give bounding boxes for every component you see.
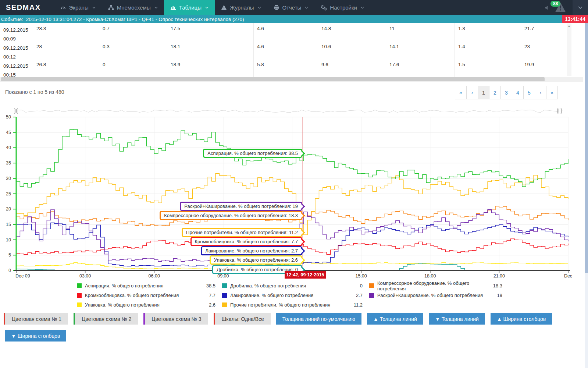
svg-text:15:00: 15:00	[355, 273, 367, 279]
cell: 9.6	[318, 59, 386, 77]
gauge-icon	[60, 5, 66, 11]
legend-item[interactable]: Дробилка. % общего потребления0	[222, 283, 369, 289]
legend-item[interactable]: Раскрой+Каширование. % общего потреблени…	[369, 292, 509, 298]
svg-text:25: 25	[6, 191, 11, 197]
legend-value: 19	[497, 293, 509, 298]
cell: 0.3	[99, 41, 167, 59]
column-width-up-button[interactable]: ▲ Ширина столбцов	[491, 313, 552, 325]
cell: 4.6	[254, 41, 318, 59]
sedmax-logo: SEDMAX	[0, 0, 54, 15]
line-width-down-button[interactable]: ▼ Толщина линий	[429, 313, 485, 325]
table-row[interactable]: 09.12.201500:12 28 0.3 18.1 4.6 10.6 14.…	[0, 41, 583, 59]
chevron-down-icon	[305, 7, 308, 9]
table-row[interactable]: 09.12.201500:15 26.8 0 18.9 5.8 9.6 17.6…	[0, 59, 583, 77]
nav-item-tables[interactable]: Таблицы	[164, 0, 215, 15]
page-5[interactable]: 5	[523, 86, 535, 99]
page-vertical-scrollbar[interactable]	[585, 15, 588, 368]
navigator-right-handle[interactable]	[557, 108, 562, 114]
column-width-down-button[interactable]: ▼ Ширина столбцов	[5, 330, 66, 342]
user-menu-chevron[interactable]	[573, 0, 588, 15]
tooltip-compressor: Компрессорное оборудование. % общего пот…	[160, 211, 302, 220]
page-prev[interactable]: ‹	[466, 86, 478, 99]
event-text: 2015-12-10 13:31:04.272 - Кромка-Ст.Хома…	[26, 17, 244, 22]
svg-text:50: 50	[6, 114, 11, 120]
legend-item[interactable]: Аспирация. % общего потребления38.5	[77, 283, 222, 289]
scroll-up-arrow[interactable]: ▲	[567, 24, 571, 29]
system-clock: 13:41:44	[562, 15, 588, 23]
page-3[interactable]: 3	[500, 86, 512, 99]
chevron-down-icon	[361, 7, 364, 9]
table-vertical-scrollbar[interactable]: ▲	[567, 24, 571, 76]
nav-item-mnemoschemes[interactable]: Мнемосхемы	[102, 0, 164, 15]
event-ticker-bar[interactable]: Событие: 2015-12-10 13:31:04.272 - Кромк…	[0, 15, 588, 23]
legend-item[interactable]: Лакирование. % общего потребления2.7	[222, 292, 369, 298]
legend-value: 18.3	[493, 283, 509, 289]
tooltip-lacquer: Лакирование. % общего потребления: 2.7	[201, 246, 302, 255]
nav-item-screens[interactable]: Экраны	[54, 0, 102, 15]
legend-swatch	[222, 283, 227, 288]
cell: 23	[521, 41, 583, 59]
printer-icon	[274, 5, 279, 10]
legend-value: 0	[360, 283, 369, 289]
legend-item[interactable]: Кромкооблицовка. % общего потребления7.7	[77, 292, 222, 298]
chevron-down-icon	[154, 7, 158, 9]
page-1[interactable]: 1	[478, 86, 489, 99]
cell: 1.5	[455, 59, 521, 77]
nav-item-reports[interactable]: Отчеты	[267, 0, 315, 15]
chevron-down-icon	[205, 7, 209, 9]
legend-swatch	[77, 302, 82, 307]
color-scheme-1-button[interactable]: Цветовая схема № 1	[4, 313, 68, 325]
scrollbar-thumb[interactable]	[1, 77, 545, 81]
color-scheme-3-button[interactable]: Цветовая схема № 3	[143, 313, 208, 325]
alarm-count-badge: 88	[550, 1, 560, 7]
legend-item[interactable]: Компрессорное оборудование. % общего пот…	[369, 283, 509, 289]
svg-text:10: 10	[6, 237, 11, 243]
cell: 17.6	[386, 59, 455, 77]
speaker-muted-icon[interactable]	[544, 5, 550, 11]
svg-text:45: 45	[6, 130, 11, 135]
chart-controls-row1: Цветовая схема № 1 Цветовая схема № 2 Цв…	[4, 313, 552, 325]
svg-text:Dec 09: Dec 09	[15, 273, 30, 279]
tooltip-aspiration: Аспирация. % общего потребления: 38.5	[203, 149, 302, 158]
tooltip-raskroy: Раскрой+Каширование. % общего потреблени…	[180, 202, 302, 211]
legend-item[interactable]: Упаковка. % общего потребления2.6	[77, 302, 222, 308]
page-next[interactable]: ›	[535, 86, 546, 99]
cell: 1.3	[455, 23, 521, 41]
intervals-table: 09.12.201500:09 28.3 0.7 17.5 4.6 14.8 1…	[0, 23, 583, 77]
page-last[interactable]: »	[546, 86, 558, 99]
scales-toggle-button[interactable]: Шкалы: Одна/Все	[214, 313, 271, 325]
scrollbar-thumb[interactable]	[585, 15, 588, 273]
table-row[interactable]: 09.12.201500:09 28.3 0.7 17.5 4.6 14.8 1…	[0, 23, 583, 41]
legend-swatch	[222, 293, 227, 298]
svg-text:5: 5	[8, 252, 11, 258]
trend-chart[interactable]: 05101520253035404550Dec 0903:0006:0009:0…	[0, 106, 588, 280]
line-width-up-button[interactable]: ▲ Толщина линий	[367, 313, 423, 325]
warning-triangle-icon	[221, 5, 227, 10]
page-2[interactable]: 2	[489, 86, 501, 99]
sitemap-icon	[108, 5, 114, 11]
table-horizontal-scrollbar[interactable]	[0, 77, 583, 82]
nav-item-journals[interactable]: Журналы	[215, 0, 267, 15]
legend-value: 38.5	[206, 283, 222, 289]
cell: 0.7	[99, 23, 167, 41]
chevron-down-icon	[578, 6, 582, 9]
nav-item-settings[interactable]: Настройки	[314, 0, 370, 15]
cell: 14.8	[318, 23, 386, 41]
page-4[interactable]: 4	[512, 86, 524, 99]
navigator-left-handle[interactable]	[14, 108, 18, 114]
row-date: 09.12.2015	[3, 27, 28, 33]
svg-text:0: 0	[8, 268, 11, 273]
line-width-default-button[interactable]: Толщина линий по-умолчанию	[276, 313, 361, 325]
page-first[interactable]: «	[455, 86, 467, 99]
alarm-indicator[interactable]: 88	[555, 2, 567, 13]
color-scheme-2-button[interactable]: Цветовая схема № 2	[74, 313, 138, 325]
legend-item[interactable]: Прочие потребители. % общего потребления…	[222, 302, 369, 308]
top-navbar: SEDMAX Экраны Мнемосхемы Таблицы Журналы…	[0, 0, 588, 15]
cell: 18.9	[167, 59, 254, 77]
bar-chart-icon	[170, 5, 176, 11]
svg-text:Dec: Dec	[564, 273, 572, 279]
chevron-down-icon	[258, 7, 261, 9]
cell: 21.7	[521, 23, 583, 41]
cell: 1.4	[455, 41, 521, 59]
svg-text:18:00: 18:00	[424, 273, 436, 279]
